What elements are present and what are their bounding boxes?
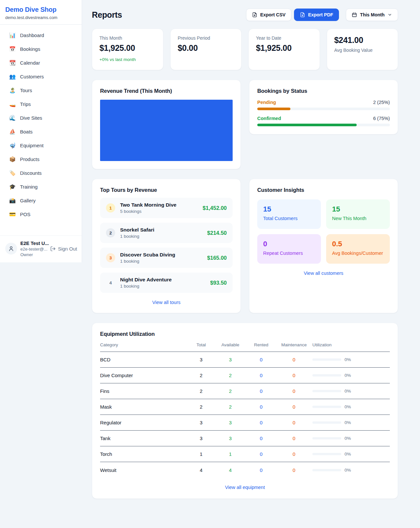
revenue-trend-bar bbox=[100, 100, 233, 161]
insight-new-this-month: 15 New This Month bbox=[326, 199, 390, 229]
table-row: Torch 1 1 0 0 0% bbox=[100, 446, 390, 462]
utilization-percent: 0% bbox=[345, 357, 351, 362]
insight-value: 0.5 bbox=[332, 240, 384, 248]
sign-out-label: Sign Out bbox=[58, 246, 77, 252]
shop-name: Demo Dive Shop bbox=[5, 6, 76, 13]
equipment-utilization-cell: 0% bbox=[312, 452, 390, 457]
period-dropdown[interactable]: This Month bbox=[346, 9, 398, 21]
stat-label: Year to Date bbox=[256, 35, 312, 41]
stat-value: $1,925.00 bbox=[99, 43, 156, 53]
top-tours-list: 1 Two Tank Morning Dive 5 bookings $1,45… bbox=[100, 198, 233, 293]
export-pdf-button[interactable]: Export PDF bbox=[294, 9, 339, 21]
sidebar-item-dashboard[interactable]: 📊 Dashboard bbox=[0, 29, 82, 42]
top-tours-card: Top Tours by Revenue 1 Two Tank Morning … bbox=[92, 179, 241, 313]
sidebar-item-tours[interactable]: 🏝️ Tours bbox=[0, 84, 82, 97]
sidebar-item-training[interactable]: 🎓 Training bbox=[0, 180, 82, 194]
equipment-total: 3 bbox=[188, 357, 214, 362]
shop-domain: demo.test.divestreams.com bbox=[5, 15, 76, 20]
sidebar-item-label: Equipment bbox=[20, 142, 44, 149]
export-pdf-label: Export PDF bbox=[308, 12, 333, 17]
sidebar-item-trips[interactable]: 🚤 Trips bbox=[0, 97, 82, 111]
view-all-customers-link[interactable]: View all customers bbox=[257, 271, 390, 276]
export-csv-button[interactable]: Export CSV bbox=[246, 9, 291, 21]
stat-card-previous-period: Previous Period $0.00 bbox=[170, 29, 242, 70]
stat-card-avg-booking-value: $241.00 Avg Booking Value bbox=[327, 29, 398, 70]
stat-delta: +0% vs last month bbox=[99, 57, 156, 62]
customer-insights-title: Customer Insights bbox=[257, 187, 390, 193]
bar-chart-icon: 📊 bbox=[9, 32, 16, 39]
table-row: Dive Computer 2 2 0 0 0% bbox=[100, 368, 390, 383]
utilization-percent: 0% bbox=[345, 452, 351, 457]
equipment-total: 4 bbox=[188, 467, 214, 473]
package-icon: 📦 bbox=[9, 156, 16, 163]
equipment-total: 2 bbox=[188, 373, 214, 378]
user-icon bbox=[8, 246, 14, 252]
brand: Demo Dive Shop demo.test.divestreams.com bbox=[0, 0, 82, 25]
utilization-percent: 0% bbox=[345, 436, 351, 441]
sidebar-item-gallery[interactable]: 📸 Gallery bbox=[0, 194, 82, 208]
equipment-rented: 0 bbox=[247, 420, 276, 425]
top-tours-title: Top Tours by Revenue bbox=[100, 187, 233, 193]
view-all-tours-link[interactable]: View all tours bbox=[100, 300, 233, 305]
status-label: Pending bbox=[257, 100, 276, 105]
sidebar-item-bookings[interactable]: 📅 Bookings bbox=[0, 42, 82, 56]
insight-label: Avg Bookings/Customer bbox=[332, 251, 384, 256]
table-row: Fins 2 2 0 0 0% bbox=[100, 383, 390, 399]
tour-bookings: 1 booking bbox=[120, 259, 175, 264]
wave-icon: 🌊 bbox=[9, 114, 16, 122]
insight-value: 15 bbox=[332, 205, 384, 213]
equipment-rented: 0 bbox=[247, 373, 276, 378]
sidebar-item-boats[interactable]: ⛵ Boats bbox=[0, 125, 82, 139]
col-total: Total bbox=[188, 342, 214, 347]
equipment-utilization-cell: 0% bbox=[312, 357, 390, 362]
sidebar-item-pos[interactable]: 💳 POS bbox=[0, 208, 82, 221]
equipment-rented: 0 bbox=[247, 467, 276, 473]
equipment-utilization-card: Equipment Utilization Category Total Ava… bbox=[92, 323, 398, 499]
equipment-available: 2 bbox=[214, 388, 247, 394]
sidebar-item-label: Dive Sites bbox=[20, 114, 42, 122]
equipment-category: Fins bbox=[100, 388, 188, 394]
user-meta: E2E Test U... e2e-tester@... Owner bbox=[20, 241, 47, 257]
file-download-icon bbox=[252, 12, 257, 17]
equipment-table-header: Category Total Available Rented Maintena… bbox=[100, 342, 390, 352]
table-row: Mask 2 2 0 0 0% bbox=[100, 399, 390, 415]
sidebar-item-label: Tours bbox=[20, 87, 32, 94]
sidebar-item-dive-sites[interactable]: 🌊 Dive Sites bbox=[0, 111, 82, 125]
stat-card-year-to-date: Year to Date $1,925.00 bbox=[248, 29, 320, 70]
tour-bookings: 1 booking bbox=[120, 284, 172, 289]
sidebar-item-label: Boats bbox=[20, 128, 32, 135]
status-bar-track bbox=[257, 124, 390, 126]
sidebar-item-calendar[interactable]: 📆 Calendar bbox=[0, 56, 82, 70]
tag-icon: 🏷️ bbox=[9, 170, 16, 177]
status-row: Confirmed 6 (75%) bbox=[257, 116, 390, 126]
status-count: 2 (25%) bbox=[373, 100, 390, 105]
sign-out-button[interactable]: Sign Out bbox=[50, 246, 77, 252]
equipment-available: 3 bbox=[214, 436, 247, 441]
sidebar-item-equipment[interactable]: 🤿 Equipment bbox=[0, 139, 82, 152]
sidebar-item-discounts[interactable]: 🏷️ Discounts bbox=[0, 166, 82, 180]
equipment-available: 1 bbox=[214, 451, 247, 457]
sidebar-item-customers[interactable]: 👥 Customers bbox=[0, 70, 82, 84]
main-content: Reports Export CSV bbox=[82, 0, 420, 514]
revenue-trend-title: Revenue Trend (This Month) bbox=[100, 88, 233, 94]
tour-revenue: $165.00 bbox=[207, 255, 227, 261]
status-row: Pending 2 (25%) bbox=[257, 100, 390, 110]
view-all-equipment-link[interactable]: View all equipment bbox=[100, 485, 390, 490]
equipment-utilization-cell: 0% bbox=[312, 420, 390, 425]
utilization-bar-track bbox=[312, 437, 341, 439]
equipment-category: Regulator bbox=[100, 420, 188, 425]
tour-revenue: $1,452.00 bbox=[203, 205, 227, 211]
tear-calendar-icon: 📆 bbox=[9, 59, 16, 67]
tour-row: 3 Discover Scuba Diving 1 booking $165.0… bbox=[100, 248, 233, 268]
equipment-available: 2 bbox=[214, 404, 247, 410]
tour-rank-badge: 4 bbox=[106, 278, 115, 287]
equipment-total: 2 bbox=[188, 404, 214, 410]
user-email: e2e-tester@... bbox=[20, 247, 47, 252]
export-csv-label: Export CSV bbox=[260, 12, 285, 17]
sidebar-item-products[interactable]: 📦 Products bbox=[0, 152, 82, 166]
insight-value: 15 bbox=[263, 205, 315, 213]
utilization-percent: 0% bbox=[345, 468, 351, 473]
tour-bookings: 1 booking bbox=[120, 234, 154, 239]
stat-value: $1,925.00 bbox=[256, 43, 312, 53]
chevron-down-icon bbox=[388, 12, 392, 17]
